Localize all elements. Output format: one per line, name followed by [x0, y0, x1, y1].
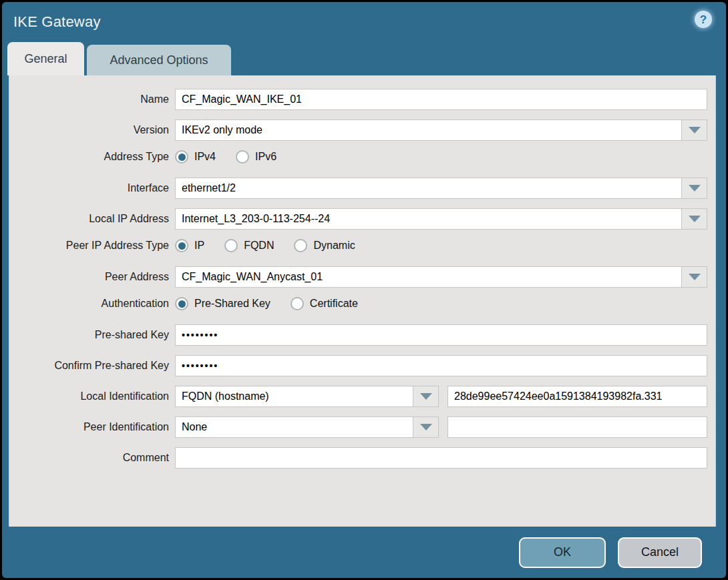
tab-bar: General Advanced Options [2, 42, 726, 75]
local-ip-address-label: Local IP Address [9, 213, 175, 225]
radio-ip-circle[interactable] [175, 239, 188, 252]
version-dropdown-arrow-icon[interactable] [681, 120, 707, 140]
interface-dropdown[interactable]: ethernet1/2 [175, 178, 707, 199]
local-identification-value-input[interactable] [447, 386, 707, 407]
title-bar: IKE Gateway ? [2, 2, 726, 42]
interface-value: ethernet1/2 [176, 178, 681, 198]
peer-identification-value-input[interactable] [447, 416, 707, 438]
local-identification-row: Local Identification FQDN (hostname) [9, 386, 707, 407]
confirm-pre-shared-key-label: Confirm Pre-shared Key [9, 360, 175, 372]
local-identification-type-value: FQDN (hostname) [176, 386, 413, 406]
peer-ip-address-type-label: Peer IP Address Type [9, 240, 175, 252]
comment-row: Comment [9, 447, 707, 469]
authentication-radio-group: Pre-Shared Key Certificate [175, 297, 358, 310]
pre-shared-key-input[interactable] [175, 324, 707, 346]
radio-ipv6-label: IPv6 [255, 151, 277, 163]
radio-ipv6-circle[interactable] [236, 150, 249, 164]
tab-advanced-options-label: Advanced Options [110, 53, 208, 67]
local-ip-address-dropdown[interactable]: Internet_L3_203-0-113-254--24 [175, 208, 707, 230]
comment-label: Comment [9, 452, 175, 464]
peer-address-row: Peer Address CF_Magic_WAN_Anycast_01 [9, 266, 707, 288]
confirm-pre-shared-key-input[interactable] [175, 355, 707, 376]
version-dropdown[interactable]: IKEv2 only mode [175, 119, 707, 141]
tab-general[interactable]: General [7, 42, 84, 75]
radio-ipv4-circle[interactable] [175, 150, 188, 164]
local-identification-type-dropdown[interactable]: FQDN (hostname) [175, 386, 439, 407]
peer-address-dropdown-arrow-icon[interactable] [681, 267, 707, 287]
peer-address-dropdown[interactable]: CF_Magic_WAN_Anycast_01 [175, 266, 707, 288]
interface-row: Interface ethernet1/2 [9, 178, 707, 199]
tab-advanced-options[interactable]: Advanced Options [87, 45, 231, 75]
radio-dynamic-circle[interactable] [294, 239, 307, 252]
radio-certificate-circle[interactable] [291, 297, 304, 310]
local-ip-address-value: Internet_L3_203-0-113-254--24 [176, 209, 681, 229]
version-row: Version IKEv2 only mode [9, 119, 707, 141]
help-icon[interactable]: ? [695, 11, 712, 28]
radio-ipv4[interactable]: IPv4 [175, 150, 216, 164]
radio-pre-shared-key-circle[interactable] [175, 297, 188, 310]
radio-ip[interactable]: IP [175, 239, 204, 252]
dialog-footer: OK Cancel [2, 527, 726, 578]
radio-ip-label: IP [194, 240, 204, 252]
peer-address-value: CF_Magic_WAN_Anycast_01 [176, 267, 681, 287]
tab-general-label: General [24, 52, 67, 66]
confirm-pre-shared-key-row: Confirm Pre-shared Key [9, 355, 707, 376]
dialog-title: IKE Gateway [13, 13, 726, 31]
name-label: Name [9, 93, 175, 105]
local-ip-address-row: Local IP Address Internet_L3_203-0-113-2… [9, 208, 707, 230]
peer-ip-address-type-row: Peer IP Address Type IP FQDN [9, 239, 707, 252]
pre-shared-key-label: Pre-shared Key [9, 329, 175, 341]
address-type-label: Address Type [9, 151, 175, 163]
radio-pre-shared-key-label: Pre-Shared Key [194, 298, 270, 310]
comment-input[interactable] [175, 447, 707, 469]
pre-shared-key-row: Pre-shared Key [9, 324, 707, 346]
peer-identification-type-value: None [176, 417, 413, 437]
radio-ipv6[interactable]: IPv6 [236, 150, 277, 164]
address-type-radio-group: IPv4 IPv6 [175, 150, 277, 164]
radio-pre-shared-key[interactable]: Pre-Shared Key [175, 297, 270, 310]
radio-fqdn[interactable]: FQDN [224, 239, 274, 252]
radio-dynamic[interactable]: Dynamic [294, 239, 355, 252]
authentication-label: Authentication [9, 298, 175, 310]
interface-dropdown-arrow-icon[interactable] [681, 178, 707, 198]
version-label: Version [9, 124, 175, 136]
local-identification-label: Local Identification [9, 390, 175, 402]
dialog-frame: IKE Gateway ? General Advanced Options N… [2, 2, 726, 578]
question-mark-glyph: ? [700, 14, 707, 25]
ike-gateway-dialog: IKE Gateway ? General Advanced Options N… [0, 0, 728, 580]
peer-address-label: Peer Address [9, 271, 175, 283]
ok-button[interactable]: OK [519, 537, 606, 568]
cancel-button[interactable]: Cancel [618, 537, 702, 568]
peer-ip-address-type-radio-group: IP FQDN Dynamic [175, 239, 355, 252]
name-input[interactable] [175, 89, 707, 110]
address-type-row: Address Type IPv4 IPv6 [9, 150, 707, 164]
peer-identification-type-dropdown[interactable]: None [175, 416, 439, 438]
version-value: IKEv2 only mode [176, 120, 681, 140]
peer-identification-label: Peer Identification [9, 421, 175, 433]
peer-identification-row: Peer Identification None [9, 416, 707, 438]
name-row: Name [9, 89, 707, 110]
radio-fqdn-label: FQDN [244, 240, 274, 252]
radio-dynamic-label: Dynamic [313, 240, 355, 252]
authentication-row: Authentication Pre-Shared Key Certificat… [9, 297, 707, 310]
local-ip-address-dropdown-arrow-icon[interactable] [681, 209, 707, 229]
radio-certificate-label: Certificate [310, 298, 358, 310]
radio-ipv4-label: IPv4 [194, 151, 216, 163]
interface-label: Interface [9, 182, 175, 194]
peer-identification-dropdown-arrow-icon[interactable] [413, 417, 438, 437]
local-identification-dropdown-arrow-icon[interactable] [413, 386, 438, 406]
form-panel: Name Version IKEv2 only mode Address Typ… [9, 75, 716, 527]
radio-fqdn-circle[interactable] [224, 239, 238, 252]
radio-certificate[interactable]: Certificate [291, 297, 358, 310]
